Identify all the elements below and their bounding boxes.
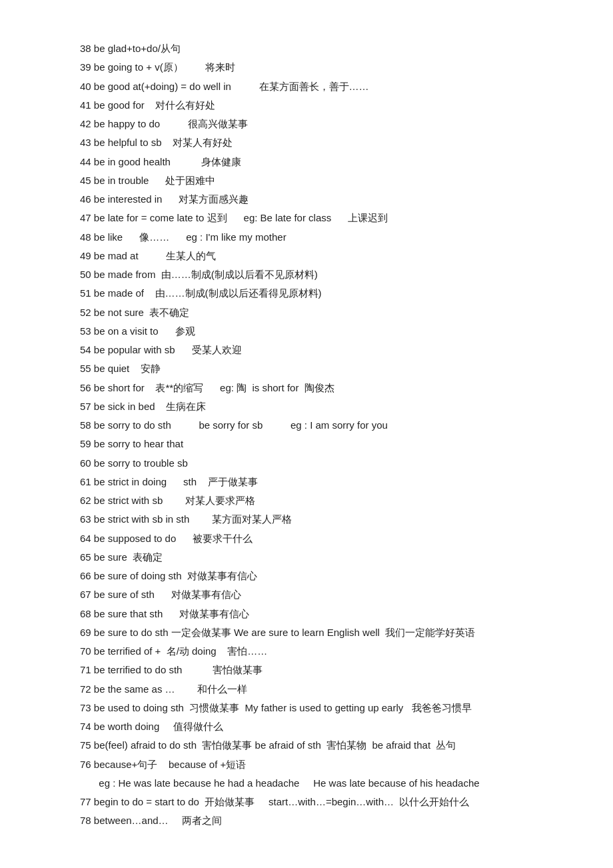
line-76: 76 because+句子 because of +短语 <box>80 756 533 773</box>
line-38: 38 be glad+to+do/从句 <box>80 40 533 57</box>
line-64: 64 be supposed to do 被要求干什么 <box>80 530 533 547</box>
line-60: 60 be sorry to trouble sb <box>80 455 533 472</box>
line-76eg: eg : He was late because he had a headac… <box>80 775 533 792</box>
line-44: 44 be in good health 身体健康 <box>80 153 533 171</box>
line-40: 40 be good at(+doing) = do well in 在某方面善… <box>80 78 533 95</box>
line-71: 71 be terrified to do sth 害怕做某事 <box>80 661 533 679</box>
line-74: 74 be worth doing 值得做什么 <box>80 718 533 735</box>
line-78: 78 between…and… 两者之间 <box>80 812 533 829</box>
line-56: 56 be short for 表**的缩写 eg: 陶 is short fo… <box>80 379 533 397</box>
line-53: 53 be on a visit to 参观 <box>80 323 533 340</box>
line-45: 45 be in trouble 处于困难中 <box>80 172 533 189</box>
line-47: 47 be late for = come late to 迟到 eg: Be … <box>80 209 533 227</box>
line-75: 75 be(feel) afraid to do sth 害怕做某事 be af… <box>80 737 533 754</box>
line-49: 49 be mad at 生某人的气 <box>80 247 533 265</box>
line-39: 39 be going to + v(原） 将来时 <box>80 59 533 76</box>
line-48: 48 be like 像…… eg : I'm like my mother <box>80 229 533 246</box>
content-area: 38 be glad+to+do/从句39 be going to + v(原）… <box>80 40 533 830</box>
line-41: 41 be good for 对什么有好处 <box>80 97 533 114</box>
line-68: 68 be sure that sth 对做某事有信心 <box>80 605 533 623</box>
line-65: 65 be sure 表确定 <box>80 549 533 566</box>
line-62: 62 be strict with sb 对某人要求严格 <box>80 492 533 509</box>
line-70: 70 be terrified of + 名/动 doing 害怕…… <box>80 643 533 660</box>
line-72: 72 be the same as … 和什么一样 <box>80 681 533 698</box>
line-43: 43 be helpful to sb 对某人有好处 <box>80 134 533 151</box>
line-58: 58 be sorry to do sth be sorry for sb eg… <box>80 417 533 434</box>
line-54: 54 be popular with sb 受某人欢迎 <box>80 341 533 359</box>
line-61: 61 be strict in doing sth 严于做某事 <box>80 473 533 491</box>
line-67: 67 be sure of sth 对做某事有信心 <box>80 586 533 603</box>
line-73: 73 be used to doing sth 习惯做某事 My father … <box>80 699 533 717</box>
line-55: 55 be quiet 安静 <box>80 360 533 377</box>
line-42: 42 be happy to do 很高兴做某事 <box>80 115 533 133</box>
line-51: 51 be made of 由……制成(制成以后还看得见原材料) <box>80 285 533 302</box>
line-77: 77 begin to do = start to do 开始做某事 start… <box>80 793 533 811</box>
line-63: 63 be strict with sb in sth 某方面对某人严格 <box>80 511 533 528</box>
line-69: 69 be sure to do sth 一定会做某事 We are sure … <box>80 624 533 641</box>
line-66: 66 be sure of doing sth 对做某事有信心 <box>80 567 533 585</box>
line-52: 52 be not sure 表不确定 <box>80 304 533 321</box>
line-57: 57 be sick in bed 生病在床 <box>80 398 533 415</box>
line-46: 46 be interested in 对某方面感兴趣 <box>80 191 533 208</box>
line-50: 50 be made from 由……制成(制成以后看不见原材料) <box>80 266 533 283</box>
line-59: 59 be sorry to hear that <box>80 435 533 453</box>
